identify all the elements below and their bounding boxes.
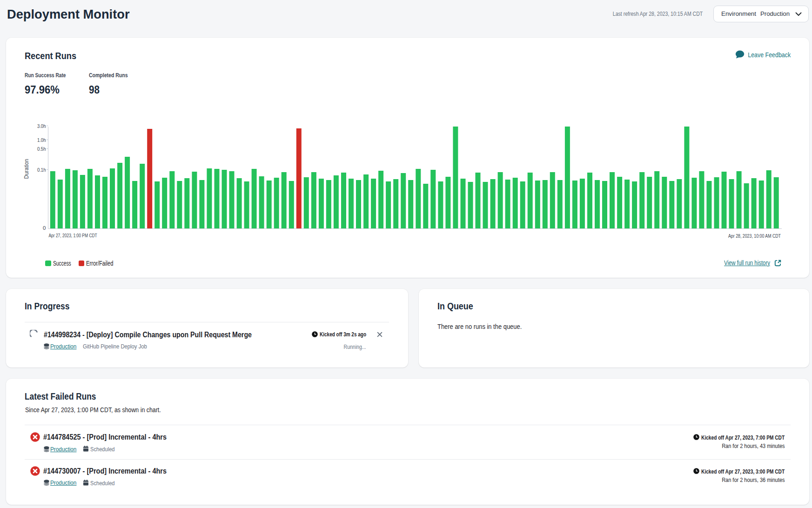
svg-text:3.0h: 3.0h <box>37 123 46 129</box>
svg-text:Apr 27, 2023, 1:00 PM CDT: Apr 27, 2023, 1:00 PM CDT <box>48 233 97 238</box>
svg-text:Duration: Duration <box>23 159 30 179</box>
svg-text:0.5h: 0.5h <box>37 146 46 152</box>
svg-text:Apr 28, 2023, 10:00 AM CDT: Apr 28, 2023, 10:00 AM CDT <box>728 233 781 239</box>
svg-text:0.1h: 0.1h <box>37 167 46 173</box>
svg-text:1.0h: 1.0h <box>37 137 46 143</box>
svg-text:0: 0 <box>43 225 46 231</box>
